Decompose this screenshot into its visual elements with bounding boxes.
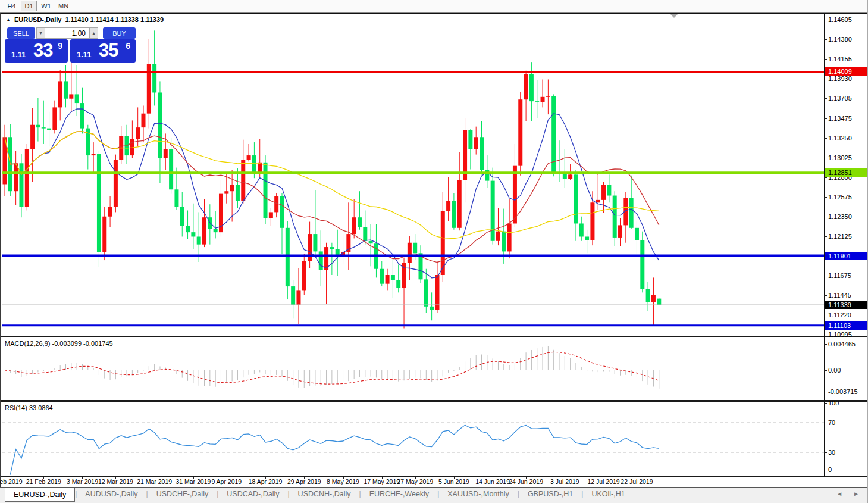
macd-axis-tick (824, 392, 827, 392)
date-axis-label: 12 Jul 2019 (587, 478, 619, 485)
timeframe-toolbar: H4 D1 W1 MN (0, 0, 868, 13)
chart-tab-xauusd-monthly[interactable]: XAUUSD-,Monthly (439, 488, 518, 501)
collapse-triangle-icon[interactable]: ▲ (6, 17, 11, 23)
panel-separator (1, 401, 868, 402)
date-axis-label: 14 Jun 2019 (475, 478, 510, 485)
buy-button[interactable]: BUY (103, 27, 136, 39)
level-price-chip: 1.11901 (825, 252, 868, 260)
macd-axis-label: 0.004465 (828, 340, 867, 348)
chart-tab-gbpusd-h1[interactable]: GBPUSD-,H1 (519, 488, 581, 501)
date-axis-label: 12 Feb 2019 (0, 478, 22, 485)
sell-button[interactable]: SELL (7, 27, 35, 39)
chart-tab-audusd-daily[interactable]: AUDUSD-,Daily (77, 488, 146, 501)
mt4-window: H4 D1 W1 MN ▲ EURUSD-,Daily 1.11410 1.11… (0, 0, 868, 503)
price-axis-label: 1.14155 (828, 55, 867, 63)
rsi-axis-tick (824, 452, 827, 453)
volume-stepper: ▾ 1.00 ▴ (36, 27, 98, 39)
rsi-axis-tick (824, 403, 827, 404)
price-axis-tick (824, 39, 827, 40)
price-axis-label: 1.11220 (828, 311, 867, 319)
price-axis-tick (824, 236, 827, 237)
chart-tab-usdcad-daily[interactable]: USDCAD-,Daily (218, 488, 287, 501)
date-axis-label: 22 Jul 2019 (621, 478, 653, 485)
date-axis-label: 27 May 2019 (397, 478, 433, 485)
price-axis-label: 1.13250 (828, 134, 867, 142)
sell-price-big: 33 (33, 40, 52, 61)
rsi-label: RSI(14) 33.0864 (5, 404, 53, 411)
price-axis-tick (824, 59, 827, 60)
sell-price-prefix: 1.11 (11, 50, 26, 59)
chart-tab-usdchf-daily[interactable]: USDCHF-,Daily (148, 488, 217, 501)
price-axis-label: 1.13025 (828, 154, 867, 162)
price-axis-tick (824, 98, 827, 99)
price-axis-label: 1.12575 (828, 193, 867, 201)
buy-price-pip: 6 (126, 41, 130, 51)
timeframe-button-mn[interactable]: MN (55, 1, 71, 11)
date-axis-label: 8 May 2019 (327, 478, 359, 485)
price-axis-tick (824, 335, 827, 335)
price-axis-label: 1.12125 (828, 232, 867, 240)
rsi-axis-label: 70 (828, 418, 867, 427)
level-price-chip: 1.14009 (825, 67, 868, 76)
macd-panel-chart[interactable] (2, 338, 824, 400)
date-axis-label: 18 Apr 2019 (249, 478, 283, 485)
rsi-axis-tick (824, 423, 827, 423)
ohlc-values: 1.11410 1.11414 1.11338 1.11339 (65, 16, 164, 23)
current-price-chip: 1.11339 (825, 301, 868, 309)
volume-decrease-icon[interactable]: ▾ (36, 27, 45, 39)
sell-price-box[interactable]: 1.11 33 9 (5, 39, 68, 63)
chart-tab-eurchf-weekly[interactable]: EURCHF-,Weekly (361, 488, 437, 501)
price-axis-tick (824, 217, 827, 217)
one-click-trading-panel: SELL ▾ 1.00 ▴ BUY 1.11 33 9 1.11 35 6 (5, 27, 136, 63)
date-axis-label: 24 Jun 2019 (509, 478, 543, 485)
time-axis-line (1, 476, 868, 477)
price-axis-tick (824, 177, 827, 178)
price-axis-label: 1.12350 (828, 213, 867, 221)
rsi-axis-label: 30 (828, 448, 867, 457)
price-axis-tick (824, 295, 827, 296)
price-axis-tick (824, 158, 827, 158)
timeframe-button-d1[interactable]: D1 (21, 1, 37, 11)
toolbar-separator (76, 1, 76, 11)
chart-tab-usdcnh-daily[interactable]: USDCNH-,Daily (290, 488, 359, 501)
tab-scroll-right-icon[interactable]: ► (853, 490, 859, 497)
timeframe-button-h4[interactable]: H4 (4, 1, 20, 11)
price-axis-label: 1.10995 (828, 330, 867, 339)
price-axis-border (824, 13, 825, 477)
date-axis-label: 3 Mar 2019 (67, 478, 98, 485)
buy-price-prefix: 1.11 (77, 50, 92, 59)
level-price-chip: 1.12851 (825, 168, 868, 177)
macd-label: MACD(12,26,9) -0.003099 -0.001745 (5, 340, 113, 347)
panel-separator[interactable] (1, 336, 868, 337)
date-axis-label: 17 May 2019 (364, 478, 400, 485)
date-axis-label: 12 Mar 2019 (98, 478, 133, 485)
timeframe-button-w1[interactable]: W1 (38, 1, 54, 11)
tab-scroll-arrows: ◄ ► (836, 490, 859, 497)
rsi-axis-label: 0 (828, 465, 867, 474)
price-axis-tick (824, 138, 827, 139)
panel-separator (1, 338, 868, 338)
rsi-panel-chart[interactable] (2, 402, 824, 476)
price-axis-tick (824, 276, 827, 276)
macd-axis-tick (824, 370, 827, 371)
date-axis-label: 21 Mar 2019 (137, 478, 172, 485)
chart-title: ▲ EURUSD-,Daily 1.11410 1.11414 1.11338 … (6, 16, 164, 23)
tab-scroll-left-icon[interactable]: ◄ (836, 490, 842, 497)
price-axis-label: 1.13475 (828, 114, 867, 123)
volume-input[interactable]: 1.00 (45, 27, 89, 39)
volume-increase-icon[interactable]: ▴ (89, 27, 98, 39)
price-axis-label: 1.11445 (828, 291, 867, 299)
chart-tab-eurusd-daily[interactable]: EURUSD-,Daily (5, 488, 75, 502)
panel-separator[interactable] (1, 400, 868, 401)
sell-price-pip: 9 (58, 41, 62, 51)
date-axis-label: 9 Apr 2019 (211, 478, 242, 485)
macd-axis-label: -0.003715 (828, 388, 867, 396)
buy-price-box[interactable]: 1.11 35 6 (70, 39, 136, 63)
price-axis-tick (824, 315, 827, 315)
rsi-axis-label: 100 (828, 399, 867, 407)
price-axis-label: 1.14380 (828, 35, 867, 43)
macd-axis-label: 0.00 (828, 366, 867, 374)
price-axis-tick (824, 118, 827, 119)
price-axis-label: 1.14605 (828, 15, 867, 24)
chart-tab-ukoil-h1[interactable]: UKOil-,H1 (583, 488, 633, 501)
